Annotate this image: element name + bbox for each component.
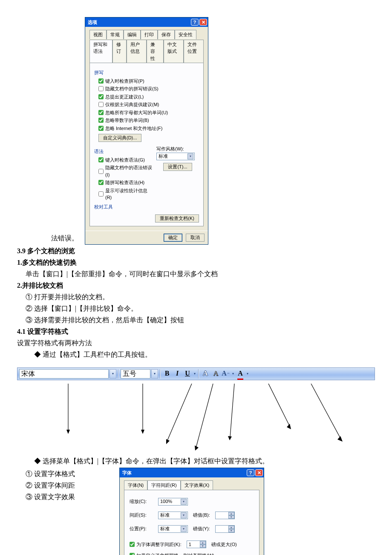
tab-view[interactable]: 视图 <box>89 30 107 39</box>
chevron-down-icon[interactable]: ▾ <box>181 526 187 532</box>
recheck-button[interactable]: 重新检查文档(K) <box>155 214 199 223</box>
chk-spell-0[interactable]: 键入时检查拼写(P) <box>94 77 199 85</box>
tab-userinfo[interactable]: 用户信息 <box>127 40 147 63</box>
chevron-down-icon[interactable]: ▾ <box>187 153 193 159</box>
chk-gram-2-box[interactable] <box>98 180 104 185</box>
chk-spell-4-box[interactable] <box>98 110 104 115</box>
svg-marker-3 <box>141 430 144 434</box>
kern-spinner[interactable]: 1▲▼ <box>187 541 206 548</box>
tab-print[interactable]: 打印 <box>141 30 158 39</box>
tab-char-spacing[interactable]: 字符间距(R) <box>147 480 180 490</box>
spacing-amt-spinner[interactable]: ▲▼ <box>215 512 235 519</box>
heading-2: 2.并排比较文档 <box>17 280 375 291</box>
proof-link[interactable]: 校对工具 <box>94 203 152 211</box>
char-scaling-button[interactable]: A↔ <box>221 369 231 379</box>
font-dialog-titlebar[interactable]: 字体 ? ✕ <box>120 468 264 477</box>
italic-button[interactable]: I <box>173 369 182 379</box>
heading-4-1: 4.1 设置字符格式 <box>17 327 375 337</box>
dialog-footer: 确定 取消 <box>85 231 208 244</box>
chk-spell-3-box[interactable] <box>98 102 104 107</box>
spinner-up-icon[interactable]: ▲ <box>228 512 234 515</box>
tab-text-effect[interactable]: 文字效果(X) <box>181 480 213 490</box>
tab-general[interactable]: 常规 <box>107 30 124 39</box>
cancel-button[interactable]: 取消 <box>186 234 205 242</box>
chevron-down-icon[interactable]: ▾ <box>181 512 187 518</box>
spinner-down-icon[interactable]: ▼ <box>228 515 234 519</box>
spinner-up-icon[interactable]: ▲ <box>200 541 206 544</box>
tab-font[interactable]: 字体(N) <box>124 480 147 490</box>
close-icon[interactable]: ✕ <box>255 469 263 476</box>
underline-dropdown[interactable]: ▾ <box>193 371 196 376</box>
svg-line-10 <box>268 384 290 426</box>
svg-marker-9 <box>228 436 232 440</box>
shadow-button[interactable]: A <box>211 369 220 379</box>
chk-gram-3[interactable]: 显示可读性统计信息(R) <box>94 187 152 202</box>
chevron-down-icon[interactable]: ▾ <box>181 499 187 505</box>
outline-button[interactable]: A <box>201 369 210 379</box>
bold-button[interactable]: B <box>162 369 172 379</box>
tab-fileloc[interactable]: 文件位置 <box>184 40 204 63</box>
sub-step-3: ③ 设置文字效果 <box>17 492 111 502</box>
sub-step-1: ① 设置字体格式 <box>17 469 111 479</box>
chk-gram-0-box[interactable] <box>98 157 104 162</box>
chk-spell-2-box[interactable] <box>98 94 104 99</box>
tab-edit[interactable]: 编辑 <box>124 30 141 39</box>
tab-track[interactable]: 修订 <box>112 40 127 63</box>
scaling-dropdown[interactable]: ▾ <box>231 371 235 376</box>
style-select[interactable]: 标准 ▾ <box>156 153 195 160</box>
position-amt-spinner[interactable]: ▲▼ <box>215 525 235 533</box>
position-select[interactable]: 标准▾ <box>158 525 188 533</box>
chk-kern-box[interactable] <box>130 542 135 547</box>
tab-save[interactable]: 保存 <box>158 30 175 39</box>
tab-cjk[interactable]: 中文版式 <box>164 40 184 63</box>
separator-icon <box>198 369 199 379</box>
chk-grid-box[interactable] <box>130 553 135 555</box>
chk-spell-5-box[interactable] <box>98 118 104 123</box>
tab-security[interactable]: 安全性 <box>175 30 196 39</box>
font-color-button[interactable]: A <box>236 369 245 379</box>
chk-spell-0-box[interactable] <box>98 78 104 84</box>
spacing-label: 间距(S): <box>130 512 153 519</box>
spinner-down-icon[interactable]: ▼ <box>228 529 234 532</box>
chk-spell-6[interactable]: 忽略 Internet 和文件地址(F) <box>94 124 199 133</box>
dialog-titlebar[interactable]: 选项 ? ✕ <box>85 17 208 27</box>
underline-button[interactable]: U <box>183 369 192 379</box>
chk-gram-0[interactable]: 键入时检查语法(G) <box>94 156 152 164</box>
settings-button[interactable]: 设置(T)... <box>163 163 192 171</box>
chk-spell-5[interactable]: 忽略带数字的单词(B) <box>94 116 199 124</box>
chk-spell-2[interactable]: 总提出更正建议(L) <box>94 93 199 101</box>
font-color-dropdown[interactable]: ▾ <box>246 371 249 376</box>
tab-compat[interactable]: 兼容性 <box>147 40 164 63</box>
font-name-dropdown[interactable]: ▾ <box>110 369 116 379</box>
separator-icon <box>118 369 119 379</box>
scale-select[interactable]: 100% ▾ <box>158 498 188 506</box>
font-name-input[interactable]: 宋体 <box>19 369 109 379</box>
chk-kern[interactable]: 为字体调整字间距(K): <box>130 541 182 549</box>
chk-gram-1-box[interactable] <box>98 169 104 174</box>
tab-row-1: 视图 常规 编辑 打印 保存 安全性 <box>89 29 204 39</box>
chk-grid[interactable]: 如果定义了文档网格，则对齐网格(W) <box>130 552 254 555</box>
tab-spelling[interactable]: 拼写和语法 <box>89 40 112 63</box>
style-label: 写作风格(W): <box>156 145 199 153</box>
help-icon[interactable]: ? <box>247 469 254 476</box>
kern-suffix: 磅或更大(O) <box>211 541 237 548</box>
heading-3-9: 3.9 多个文档的浏览 <box>17 246 375 256</box>
close-icon[interactable]: ✕ <box>199 19 207 26</box>
ok-button[interactable]: 确定 <box>164 234 182 242</box>
chk-spell-6-box[interactable] <box>98 126 104 131</box>
chk-gram-3-box[interactable] <box>98 191 104 197</box>
font-size-dropdown[interactable]: ▾ <box>151 369 158 379</box>
spinner-up-icon[interactable]: ▲ <box>228 526 234 529</box>
spinner-down-icon[interactable]: ▼ <box>200 544 206 548</box>
chk-gram-1[interactable]: 隐藏文档中的语法错误(I) <box>94 164 152 179</box>
font-size-input[interactable]: 五号 <box>121 369 150 379</box>
spacing-select[interactable]: 标准▾ <box>158 512 188 519</box>
help-icon[interactable]: ? <box>191 19 199 26</box>
chk-spell-3[interactable]: 仅根据主词典提供建议(M) <box>94 101 199 109</box>
custom-dict-button[interactable]: 自定义词典(D)... <box>98 134 141 142</box>
chk-spell-4[interactable]: 忽略所有字母都大写的单词(U) <box>94 109 199 117</box>
spacing-amt-label: 磅值(B): <box>193 512 210 519</box>
chk-spell-1[interactable]: 隐藏文档中的拼写错误(S) <box>94 85 199 93</box>
chk-spell-1-box[interactable] <box>98 86 104 91</box>
chk-gram-2[interactable]: 随拼写检查语法(H) <box>94 179 152 187</box>
